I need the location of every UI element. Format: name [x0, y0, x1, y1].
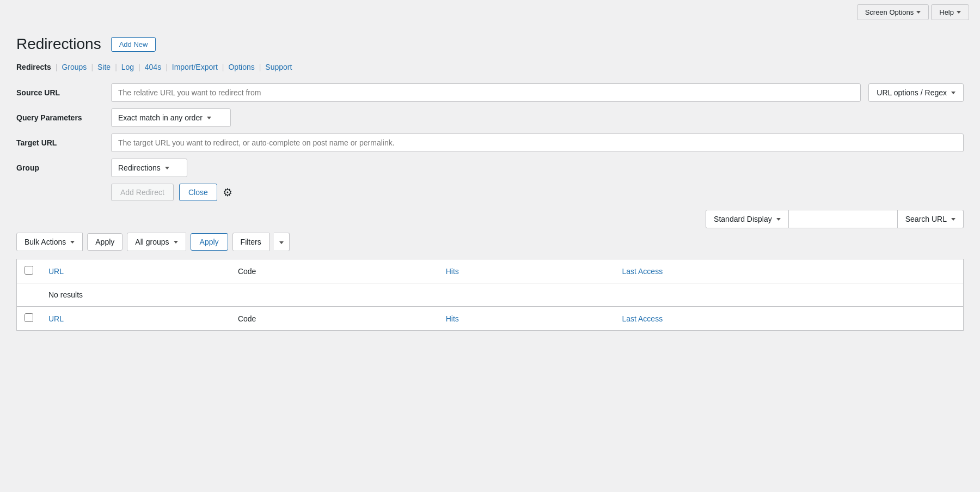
- help-button[interactable]: Help: [931, 4, 969, 20]
- table-body: No results: [17, 283, 964, 307]
- url-options-chevron-icon: [951, 92, 955, 94]
- table-row: No results: [17, 283, 964, 307]
- bulk-actions-chevron-icon: [70, 241, 75, 244]
- help-chevron-icon: [957, 11, 961, 14]
- col-hits-header[interactable]: Hits: [438, 259, 615, 283]
- nav-link-support[interactable]: Support: [265, 63, 292, 71]
- url-options-label: URL options / Regex: [877, 88, 947, 97]
- form-section: Source URL URL options / Regex Query Par…: [16, 83, 964, 201]
- query-params-value: Exact match in any order: [118, 113, 203, 122]
- nav-sep-6: |: [259, 63, 261, 71]
- bulk-apply-button[interactable]: Apply: [87, 233, 122, 251]
- standard-display-chevron-icon: [776, 218, 781, 221]
- close-button[interactable]: Close: [179, 184, 217, 201]
- nav-sep-5: |: [222, 63, 224, 71]
- form-actions: Add Redirect Close ⚙: [16, 184, 964, 201]
- target-url-label: Target URL: [16, 138, 103, 147]
- footer-col-last-access[interactable]: Last Access: [614, 307, 963, 331]
- nav-sep-3: |: [138, 63, 140, 71]
- query-params-label: Query Parameters: [16, 113, 103, 122]
- filters-label: Filters: [241, 238, 261, 246]
- groups-apply-button[interactable]: Apply: [191, 233, 228, 251]
- group-value: Redirections: [118, 163, 161, 172]
- target-url-row: Target URL: [16, 133, 964, 152]
- help-label: Help: [939, 8, 954, 16]
- col-check-header: [17, 259, 41, 283]
- query-params-dropdown[interactable]: Exact match in any order: [111, 108, 231, 127]
- actions-bar: Bulk Actions Apply All groups Apply Filt…: [16, 233, 964, 251]
- footer-col-url[interactable]: URL: [41, 307, 230, 331]
- bulk-actions-button[interactable]: Bulk Actions: [16, 233, 83, 251]
- source-url-input[interactable]: [111, 83, 861, 102]
- footer-col-hits[interactable]: Hits: [438, 307, 615, 331]
- page-title: Redirections: [16, 35, 101, 53]
- filters-button[interactable]: Filters: [232, 233, 270, 251]
- main-content: Redirections Add New Redirects | Groups …: [0, 25, 980, 492]
- table-header: URL Code Hits Last Access: [17, 259, 964, 283]
- target-url-input[interactable]: [111, 133, 964, 152]
- group-row: Group Redirections: [16, 159, 964, 177]
- table-footer: URL Code Hits Last Access: [17, 307, 964, 331]
- bulk-actions-label: Bulk Actions: [24, 238, 66, 246]
- no-results-cell: No results: [41, 283, 964, 307]
- group-label: Group: [16, 163, 103, 172]
- source-url-row: Source URL URL options / Regex: [16, 83, 964, 102]
- query-params-chevron-icon: [207, 117, 211, 119]
- url-options-button[interactable]: URL options / Regex: [868, 83, 964, 102]
- filter-bar: Standard Display Search URL: [16, 210, 964, 228]
- filters-chevron-icon: [279, 241, 284, 244]
- col-last-access-header[interactable]: Last Access: [614, 259, 963, 283]
- nav-sep-1: |: [91, 63, 93, 71]
- standard-display-button[interactable]: Standard Display: [706, 210, 789, 228]
- nav-link-groups[interactable]: Groups: [62, 63, 87, 71]
- query-params-row: Query Parameters Exact match in any orde…: [16, 108, 964, 127]
- top-bar: Screen Options Help: [0, 0, 980, 25]
- all-groups-chevron-icon: [174, 241, 178, 244]
- nav-link-404s[interactable]: 404s: [145, 63, 161, 71]
- all-groups-button[interactable]: All groups: [127, 233, 186, 251]
- screen-options-button[interactable]: Screen Options: [857, 4, 929, 20]
- add-redirect-button[interactable]: Add Redirect: [111, 184, 174, 201]
- standard-display-label: Standard Display: [714, 215, 772, 223]
- nav-link-log[interactable]: Log: [121, 63, 134, 71]
- table-header-row: URL Code Hits Last Access: [17, 259, 964, 283]
- search-url-input[interactable]: [789, 210, 898, 228]
- group-dropdown[interactable]: Redirections: [111, 159, 187, 177]
- group-chevron-icon: [165, 167, 169, 169]
- all-groups-label: All groups: [135, 238, 169, 246]
- screen-options-label: Screen Options: [865, 8, 914, 16]
- page-header: Redirections Add New: [16, 35, 964, 53]
- nav-sep-2: |: [115, 63, 117, 71]
- col-code-header: Code: [230, 259, 438, 283]
- search-url-label: Search URL: [905, 215, 947, 223]
- nav-link-site[interactable]: Site: [97, 63, 111, 71]
- settings-icon[interactable]: ⚙: [223, 186, 232, 199]
- nav-link-options[interactable]: Options: [228, 63, 254, 71]
- nav-sep-4: |: [166, 63, 168, 71]
- nav-sep-0: |: [56, 63, 58, 71]
- search-url-chevron-icon: [951, 218, 955, 221]
- select-all-checkbox[interactable]: [24, 266, 33, 275]
- row-check: [17, 283, 41, 307]
- nav-links: Redirects | Groups | Site | Log | 404s |…: [16, 63, 964, 71]
- source-url-label: Source URL: [16, 88, 103, 97]
- footer-col-check: [17, 307, 41, 331]
- footer-select-all-checkbox[interactable]: [24, 313, 33, 322]
- nav-link-import-export[interactable]: Import/Export: [172, 63, 218, 71]
- screen-options-chevron-icon: [916, 11, 921, 14]
- table-footer-row: URL Code Hits Last Access: [17, 307, 964, 331]
- add-new-button[interactable]: Add New: [111, 37, 156, 52]
- footer-col-code: Code: [230, 307, 438, 331]
- filters-dropdown-button[interactable]: [274, 233, 290, 251]
- nav-current: Redirects: [16, 63, 51, 71]
- redirects-table: URL Code Hits Last Access No results URL…: [16, 259, 964, 331]
- col-url-header[interactable]: URL: [41, 259, 230, 283]
- search-url-button[interactable]: Search URL: [898, 210, 964, 228]
